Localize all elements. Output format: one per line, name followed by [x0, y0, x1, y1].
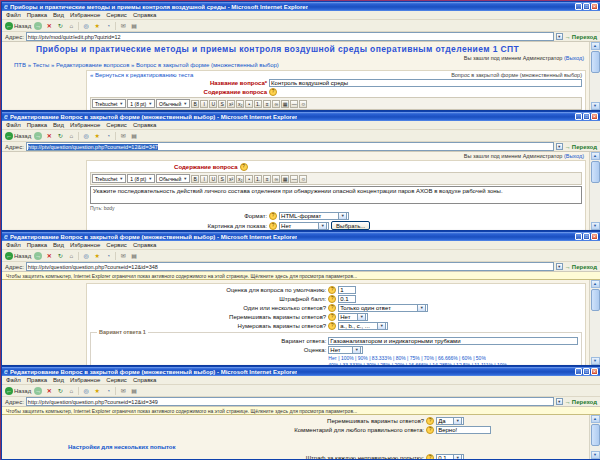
- link-button[interactable]: ∞: [272, 100, 280, 108]
- question-text-editor[interactable]: Укажите последовательность действий личн…: [90, 186, 582, 204]
- scrollbar[interactable]: ▲ ▼: [589, 280, 600, 365]
- scrollbar[interactable]: ▲ ▼: [589, 415, 600, 459]
- grade-percent-links[interactable]: 40% | 33.333% | 30% | 25% | 20% | 16.666…: [328, 362, 507, 365]
- scroll-thumb[interactable]: [591, 51, 600, 73]
- go-button[interactable]: → Переход: [565, 264, 597, 270]
- go-button[interactable]: → Переход: [565, 399, 597, 405]
- back-button[interactable]: ← Назад: [5, 252, 31, 260]
- shuffle-select[interactable]: Нет▼: [338, 313, 368, 321]
- format-select[interactable]: HTML-формат▼: [279, 212, 349, 220]
- numbered-list-button[interactable]: 1.: [254, 175, 262, 183]
- minimize-button[interactable]: _: [575, 233, 582, 240]
- forward-icon[interactable]: →: [34, 132, 42, 140]
- address-dropdown-icon[interactable]: ▼: [556, 143, 563, 150]
- go-button[interactable]: → Переход: [565, 144, 597, 150]
- bold-button[interactable]: B: [191, 175, 199, 183]
- font-size-select[interactable]: 1 (8 pt)▼: [127, 174, 155, 183]
- menu-help[interactable]: Справка: [133, 122, 157, 128]
- search-icon[interactable]: ◎: [82, 132, 90, 140]
- menu-edit[interactable]: Правка: [27, 122, 47, 128]
- refresh-icon[interactable]: ↻: [56, 387, 64, 395]
- hr-button[interactable]: —: [290, 175, 298, 183]
- bold-button[interactable]: B: [191, 100, 199, 108]
- menu-view[interactable]: Вид: [53, 122, 64, 128]
- default-grade-input[interactable]: [338, 286, 356, 294]
- maximize-button[interactable]: □: [583, 113, 590, 120]
- strikethrough-button[interactable]: S: [218, 175, 226, 183]
- bullet-list-button[interactable]: •: [245, 100, 253, 108]
- align-button[interactable]: ≡: [263, 175, 271, 183]
- align-button[interactable]: ≡: [263, 100, 271, 108]
- close-button[interactable]: ✕: [591, 368, 598, 375]
- go-button[interactable]: → Переход: [565, 34, 597, 40]
- font-size-select[interactable]: 1 (8 pt)▼: [127, 99, 155, 108]
- print-icon[interactable]: ▤: [130, 387, 138, 395]
- history-icon[interactable]: ◔: [104, 387, 112, 395]
- smiley-button[interactable]: ☺: [299, 175, 307, 183]
- title-bar[interactable]: e Приборы и практические методы и приемы…: [2, 2, 600, 11]
- address-input[interactable]: http://ptv/mod/quiz/edit.php?quizid=12: [26, 32, 554, 41]
- title-bar[interactable]: e Редактирование Вопрос в закрытой форме…: [2, 367, 600, 376]
- scroll-up-icon[interactable]: ▲: [591, 415, 600, 423]
- menu-help[interactable]: Справка: [133, 12, 157, 18]
- stop-icon[interactable]: ✕: [45, 387, 53, 395]
- back-to-quiz-link[interactable]: « Вернуться к редактированию теста: [90, 72, 193, 78]
- breadcrumb[interactable]: ПТВ » Тесты » Редактирование вопросов » …: [14, 62, 586, 68]
- shuffle-select[interactable]: Да▼: [436, 417, 464, 425]
- scroll-down-icon[interactable]: ▼: [591, 102, 600, 110]
- stop-icon[interactable]: ✕: [45, 22, 53, 30]
- font-name-select[interactable]: Trebuchet▼: [92, 174, 126, 183]
- retry-penalty-select[interactable]: 0.1▼: [436, 454, 464, 459]
- help-icon[interactable]: ?: [426, 426, 434, 434]
- help-icon[interactable]: ?: [328, 313, 336, 321]
- subscript-button[interactable]: x₂: [236, 175, 244, 183]
- menu-tools[interactable]: Сервис: [106, 12, 127, 18]
- stop-icon[interactable]: ✕: [45, 132, 53, 140]
- superscript-button[interactable]: x²: [227, 175, 235, 183]
- menu-file[interactable]: Файл: [6, 242, 21, 248]
- title-bar[interactable]: e Редактирование Вопрос в закрытой форме…: [2, 112, 600, 121]
- favorites-icon[interactable]: ★: [93, 387, 101, 395]
- close-button[interactable]: ✕: [591, 113, 598, 120]
- print-icon[interactable]: ▤: [130, 22, 138, 30]
- address-input[interactable]: http://ptv/question/question.php?coursei…: [26, 262, 554, 271]
- help-icon[interactable]: ?: [269, 212, 277, 220]
- stop-icon[interactable]: ✕: [45, 252, 53, 260]
- menu-favorites[interactable]: Избранное: [70, 242, 100, 248]
- title-bar[interactable]: e Редактирование Вопрос в закрытой форме…: [2, 232, 600, 241]
- help-icon[interactable]: ?: [240, 163, 248, 171]
- scroll-up-icon[interactable]: ▲: [591, 42, 600, 50]
- menu-edit[interactable]: Правка: [27, 377, 47, 383]
- refresh-icon[interactable]: ↻: [56, 252, 64, 260]
- favorites-icon[interactable]: ★: [93, 252, 101, 260]
- maximize-button[interactable]: □: [583, 368, 590, 375]
- mail-icon[interactable]: ✉: [119, 387, 127, 395]
- underline-button[interactable]: U: [209, 175, 217, 183]
- refresh-icon[interactable]: ↻: [56, 132, 64, 140]
- bullet-list-button[interactable]: •: [245, 175, 253, 183]
- logout-link[interactable]: (Выход): [564, 55, 584, 61]
- single-answer-select[interactable]: Только один ответ▼: [338, 304, 428, 312]
- image-button[interactable]: ▦: [281, 175, 289, 183]
- help-icon[interactable]: ?: [328, 295, 336, 303]
- penalty-input[interactable]: [338, 295, 356, 303]
- home-icon[interactable]: ⌂: [67, 22, 75, 30]
- mail-icon[interactable]: ✉: [119, 22, 127, 30]
- close-button[interactable]: ✕: [591, 233, 598, 240]
- image-button[interactable]: ▦: [281, 100, 289, 108]
- underline-button[interactable]: U: [209, 100, 217, 108]
- history-icon[interactable]: ◔: [104, 252, 112, 260]
- paragraph-style-select[interactable]: Обычный▼: [156, 174, 190, 183]
- ie-information-bar[interactable]: Чтобы защитить компьютер, Internet Explo…: [2, 272, 600, 280]
- scroll-down-icon[interactable]: ▼: [591, 451, 600, 459]
- multiple-tries-section-link[interactable]: Настройки для нескольких попыток: [68, 444, 176, 450]
- minimize-button[interactable]: _: [575, 3, 582, 10]
- mail-icon[interactable]: ✉: [119, 252, 127, 260]
- address-input[interactable]: http://ptv/question/question.php?coursei…: [26, 142, 554, 151]
- help-icon[interactable]: ?: [269, 88, 277, 96]
- scroll-down-icon[interactable]: ▼: [591, 222, 600, 230]
- menu-edit[interactable]: Правка: [27, 12, 47, 18]
- search-icon[interactable]: ◎: [82, 387, 90, 395]
- maximize-button[interactable]: □: [583, 233, 590, 240]
- scroll-up-icon[interactable]: ▲: [591, 152, 600, 160]
